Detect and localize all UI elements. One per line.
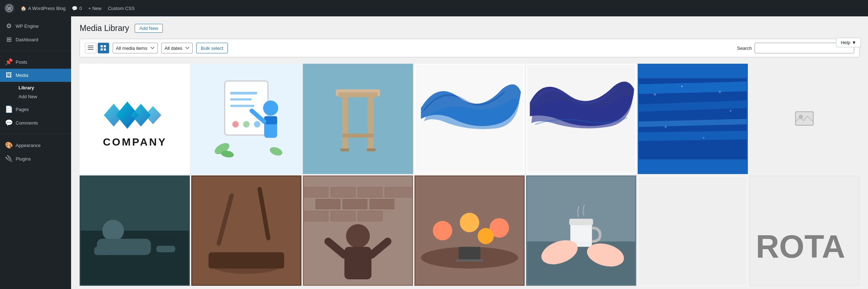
svg-marker-12 — [145, 106, 161, 124]
help-button[interactable]: Help ▼ — [836, 38, 861, 47]
svg-rect-17 — [230, 98, 252, 100]
svg-rect-67 — [192, 177, 300, 285]
svg-rect-33 — [368, 96, 374, 150]
wpengine-icon: ⚙ — [5, 22, 13, 30]
media-item[interactable] — [749, 64, 859, 174]
svg-point-19 — [263, 100, 278, 116]
media-item[interactable]: COMPANY — [80, 64, 190, 174]
svg-rect-98 — [639, 177, 747, 285]
svg-rect-8 — [104, 48, 106, 51]
sidebar-item-pages[interactable]: 📄 Pages — [0, 103, 71, 116]
svg-rect-89 — [459, 247, 481, 261]
sidebar-item-media[interactable]: 🖼 Media — [0, 69, 71, 82]
svg-rect-90 — [456, 259, 483, 262]
media-item[interactable] — [80, 175, 190, 286]
dashboard-icon: ⊞ — [5, 36, 13, 43]
sidebar-subitem-library[interactable]: Library — [16, 83, 71, 92]
svg-point-50 — [665, 126, 667, 128]
comments-link[interactable]: 💬 0 — [72, 6, 82, 11]
comments-icon: 💬 — [5, 119, 13, 127]
plugins-icon: 🔌 — [5, 155, 13, 163]
date-filter[interactable]: All dates — [161, 43, 193, 53]
media-toolbar: All media items All dates Bulk select Se… — [80, 39, 859, 57]
media-item[interactable] — [191, 64, 301, 174]
admin-bar: W 🏠 A WordPress Blog 💬 0 + New Custom CS… — [0, 0, 868, 16]
media-item[interactable] — [526, 175, 636, 286]
svg-point-23 — [232, 121, 239, 127]
svg-rect-7 — [101, 48, 103, 51]
svg-point-88 — [478, 228, 494, 244]
search-label: Search — [737, 46, 752, 51]
custom-css-link[interactable]: Custom CSS — [108, 6, 135, 11]
add-new-button[interactable]: Add New — [135, 24, 163, 33]
page-header: Media Library Add New — [80, 23, 859, 33]
svg-point-85 — [433, 221, 452, 241]
svg-point-57 — [102, 220, 124, 242]
new-menu[interactable]: + New — [89, 6, 102, 11]
svg-rect-18 — [230, 105, 254, 107]
svg-rect-72 — [385, 187, 412, 197]
svg-point-49 — [730, 110, 732, 112]
media-item[interactable] — [303, 64, 413, 174]
svg-line-41 — [639, 104, 747, 108]
svg-point-51 — [703, 137, 704, 139]
svg-rect-34 — [342, 133, 374, 137]
media-item[interactable] — [414, 175, 525, 286]
svg-rect-2 — [88, 46, 93, 46]
svg-point-48 — [718, 90, 721, 93]
svg-rect-75 — [370, 199, 394, 209]
svg-rect-78 — [358, 211, 382, 221]
sidebar-item-plugins[interactable]: 🔌 Plugins — [0, 152, 71, 165]
media-type-filter[interactable]: All media items — [113, 43, 158, 53]
grid-view-button[interactable] — [98, 43, 109, 53]
posts-icon: 📌 — [5, 58, 13, 66]
media-item[interactable] — [303, 175, 413, 286]
svg-rect-80 — [344, 247, 371, 279]
sidebar-item-dashboard[interactable]: ⊞ Dashboard — [0, 33, 71, 46]
svg-point-25 — [254, 121, 260, 127]
svg-rect-16 — [230, 92, 257, 95]
media-item[interactable] — [191, 175, 301, 286]
svg-rect-52 — [795, 112, 813, 125]
media-submenu: Library Add New — [0, 82, 71, 103]
media-item[interactable] — [414, 64, 525, 174]
site-title[interactable]: 🏠 A WordPress Blog — [21, 6, 65, 11]
svg-rect-4 — [88, 49, 93, 50]
svg-text:ROTA: ROTA — [756, 228, 845, 264]
svg-rect-76 — [304, 211, 328, 221]
sidebar-item-posts[interactable]: 📌 Posts — [0, 55, 71, 69]
svg-text:W: W — [7, 6, 11, 11]
svg-rect-29 — [309, 65, 407, 173]
svg-rect-74 — [343, 199, 367, 209]
svg-text:COMPANY: COMPANY — [103, 136, 167, 147]
media-item[interactable] — [638, 175, 748, 286]
svg-rect-71 — [358, 187, 382, 197]
sidebar-item-comments[interactable]: 💬 Comments — [0, 116, 71, 130]
svg-rect-60 — [156, 246, 175, 252]
page-title: Media Library — [80, 23, 129, 33]
svg-line-44 — [639, 148, 747, 149]
svg-rect-36 — [367, 148, 376, 151]
wp-logo-icon[interactable]: W — [4, 3, 14, 13]
appearance-icon: 🎨 — [5, 141, 13, 149]
svg-point-79 — [346, 224, 370, 248]
svg-rect-5 — [101, 45, 103, 47]
sidebar-subitem-addnew[interactable]: Add New — [16, 92, 71, 101]
media-item[interactable] — [638, 64, 748, 174]
svg-rect-70 — [331, 187, 355, 197]
svg-point-86 — [460, 213, 479, 232]
svg-rect-3 — [88, 47, 93, 48]
media-item[interactable] — [526, 64, 636, 174]
svg-rect-73 — [316, 199, 340, 209]
svg-rect-6 — [104, 45, 106, 47]
svg-line-42 — [639, 122, 747, 125]
sidebar-item-appearance[interactable]: 🎨 Appearance — [0, 138, 71, 152]
media-item[interactable]: ROTA — [749, 175, 859, 286]
svg-rect-59 — [94, 247, 111, 255]
svg-point-24 — [243, 121, 250, 127]
bulk-select-button[interactable]: Bulk select — [196, 43, 228, 53]
media-grid: COMPANY — [80, 64, 859, 286]
list-view-button[interactable] — [85, 43, 96, 53]
svg-rect-69 — [304, 187, 328, 197]
sidebar-item-wpengine[interactable]: ⚙ WP Engine — [0, 19, 71, 33]
